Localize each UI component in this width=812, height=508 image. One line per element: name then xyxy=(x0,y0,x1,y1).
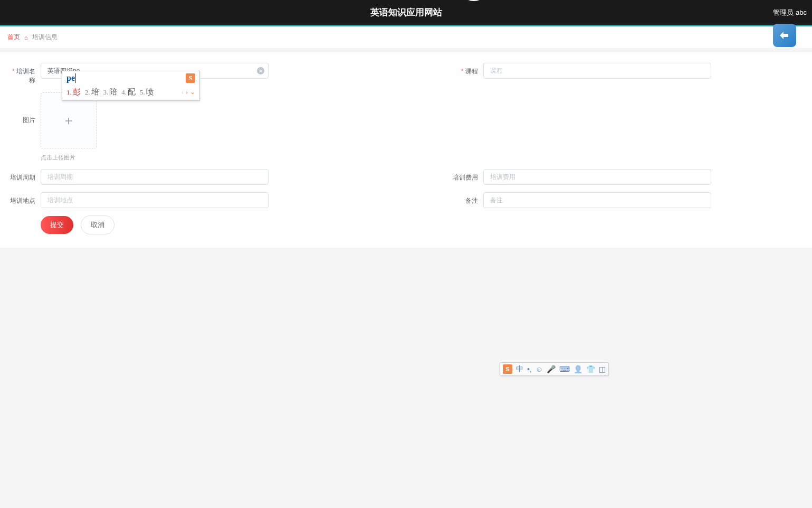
home-icon: ⌂ xyxy=(24,34,28,41)
cycle-input[interactable] xyxy=(41,169,269,185)
breadcrumb-home-link[interactable]: 首页 xyxy=(7,33,20,42)
course-input[interactable] xyxy=(483,63,711,79)
admin-label[interactable]: 管理员 abc xyxy=(773,8,807,17)
chevron-right-icon[interactable]: › xyxy=(186,88,188,96)
app-logo-icon[interactable] xyxy=(773,24,796,47)
ime-typed-text: pe xyxy=(66,73,76,83)
clear-icon[interactable]: ✕ xyxy=(257,67,264,74)
cycle-label: 培训周期 xyxy=(8,169,41,182)
app-title: 英语知识应用网站 xyxy=(370,6,442,18)
location-label: 培训地点 xyxy=(8,192,41,205)
app-header: 英语知识应用网站 管理员 abc xyxy=(0,0,812,26)
fee-label: 培训费用 xyxy=(451,169,483,182)
submit-button[interactable]: 提交 xyxy=(41,216,73,234)
breadcrumb: 首页 ⌂ 培训信息 xyxy=(0,26,812,48)
ime-candidate-popup: pe S 1.彭 2.培 3.陪 4.配 5.喷 ‹ › ⌄ xyxy=(62,71,200,101)
ime-logo-icon: S xyxy=(186,73,195,83)
header-decoration-icon xyxy=(464,0,483,1)
ime-candidate-1[interactable]: 1.彭 xyxy=(66,87,81,97)
remark-input[interactable] xyxy=(483,192,711,208)
course-label: 课程 xyxy=(451,63,483,76)
remark-label: 备注 xyxy=(451,192,483,205)
fee-input[interactable] xyxy=(483,169,711,185)
chevron-down-icon[interactable]: ⌄ xyxy=(190,88,195,96)
cancel-button[interactable]: 取消 xyxy=(81,215,114,234)
ime-candidate-2[interactable]: 2.培 xyxy=(85,87,99,97)
ime-candidate-4[interactable]: 4.配 xyxy=(121,87,136,97)
breadcrumb-current: 培训信息 xyxy=(32,33,58,42)
chevron-left-icon[interactable]: ‹ xyxy=(181,88,184,96)
ime-candidate-3[interactable]: 3.陪 xyxy=(103,87,118,97)
training-name-label: 培训名称 xyxy=(8,63,41,85)
location-input[interactable] xyxy=(41,192,269,208)
plus-icon: ＋ xyxy=(62,112,75,129)
upload-hint: 点击上传图片 xyxy=(41,154,97,162)
image-label: 图片 xyxy=(8,92,41,125)
ime-candidate-list: 1.彭 2.培 3.陪 4.配 5.喷 ‹ › ⌄ xyxy=(62,85,199,100)
ime-candidate-5[interactable]: 5.喷 xyxy=(140,87,154,97)
